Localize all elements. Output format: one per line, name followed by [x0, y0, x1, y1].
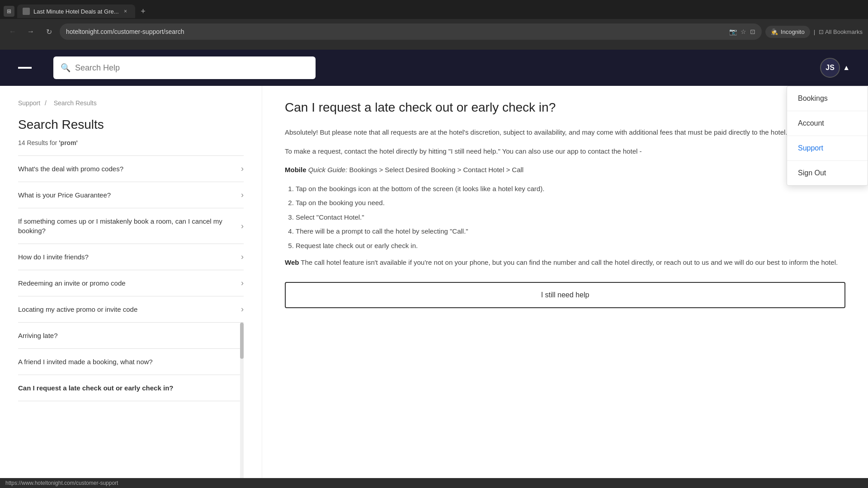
bookmarks-separator: |: [814, 28, 815, 35]
nav-right: 🕵 Incognito | ⊡ All Bookmarks: [765, 26, 863, 38]
browser-chrome: ⊞ Last Minute Hotel Deals at Gre... × + …: [0, 0, 868, 50]
status-bar: https://www.hoteltonight.com/customer-su…: [0, 478, 868, 488]
search-input[interactable]: [75, 63, 308, 73]
breadcrumb: Support / Search Results: [18, 99, 244, 107]
new-tab-button[interactable]: +: [137, 5, 150, 18]
chevron-right-icon-6: ›: [241, 305, 244, 314]
result-item-text-3: If something comes up or I mistakenly bo…: [18, 216, 241, 235]
user-avatar[interactable]: JS: [820, 58, 840, 78]
tab-bar: ⊞ Last Minute Hotel Deals at Gre... × +: [0, 0, 868, 19]
step-5: Request late check out or early check in…: [296, 240, 845, 252]
results-query: 'prom': [59, 139, 78, 146]
result-item-text-8: A friend I invited made a booking, what …: [18, 357, 241, 366]
dropdown-item-bookings[interactable]: Bookings: [787, 86, 868, 111]
results-count: 14 Results for 'prom': [18, 139, 244, 146]
article-contact-intro: To make a request, contact the hotel dir…: [285, 145, 845, 157]
result-item-text-9: Can I request a late check out or early …: [18, 383, 241, 393]
result-item-4[interactable]: How do I invite friends? ›: [18, 244, 244, 270]
forward-button[interactable]: →: [24, 24, 38, 39]
result-item-5[interactable]: Redeeming an invite or promo code ›: [18, 270, 244, 296]
main-content: Support / Search Results Search Results …: [0, 86, 868, 488]
result-item-text-7: Arriving late?: [18, 331, 241, 340]
tab-favicon: [23, 8, 30, 15]
star-icon[interactable]: ☆: [741, 28, 746, 35]
step-2: Tap on the booking you need.: [296, 197, 845, 209]
web-label: Web: [285, 258, 299, 266]
article-web-info: Web The call hotel feature isn't availab…: [285, 257, 845, 268]
incognito-icon: 🕵: [771, 28, 778, 35]
breadcrumb-separator: /: [45, 99, 47, 107]
device-icon[interactable]: ⊡: [750, 28, 755, 35]
article-title: Can I request a late check out or early …: [285, 99, 845, 116]
tab-close-button[interactable]: ×: [122, 7, 130, 15]
dropdown-item-account[interactable]: Account: [787, 111, 868, 136]
article-body: Absolutely! But please note that all req…: [285, 127, 845, 268]
still-need-help-button[interactable]: I still need help: [285, 282, 845, 308]
active-tab[interactable]: Last Minute Hotel Deals at Gre... ×: [17, 5, 135, 18]
result-item-text-5: Redeeming an invite or promo code: [18, 278, 241, 288]
chevron-right-icon-2: ›: [241, 190, 244, 200]
right-panel: Can I request a late check out or early …: [262, 86, 868, 488]
quick-guide-label: Quick Guide:: [308, 166, 348, 174]
article-intro: Absolutely! But please note that all req…: [285, 127, 845, 138]
step-4: There will be a prompt to call the hotel…: [296, 225, 845, 237]
result-item-text-2: What is your Price Guarantee?: [18, 190, 241, 200]
chevron-right-icon-1: ›: [241, 164, 244, 174]
site-header: 🔍 JS ▲ Bookings Account Support Sign Out: [0, 50, 868, 86]
nav-bar: ← → ↻ hoteltonight.com/customer-support/…: [0, 19, 868, 44]
result-item-3[interactable]: If something comes up or I mistakenly bo…: [18, 208, 244, 244]
page: 🔍 JS ▲ Bookings Account Support Sign Out…: [0, 50, 868, 488]
reload-button[interactable]: ↻: [42, 24, 56, 39]
dropdown-menu: Bookings Account Support Sign Out: [787, 86, 868, 186]
result-item-8[interactable]: A friend I invited made a booking, what …: [18, 349, 244, 375]
logo: [18, 67, 35, 69]
status-url: https://www.hoteltonight.com/customer-su…: [5, 480, 118, 486]
chevron-right-icon-4: ›: [241, 252, 244, 262]
chevron-up-icon[interactable]: ▲: [843, 64, 850, 72]
address-bar[interactable]: hoteltonight.com/customer-support/search…: [60, 23, 762, 40]
header-right: JS ▲: [820, 58, 850, 78]
bookmarks-label: ⊡ All Bookmarks: [819, 28, 863, 35]
chevron-right-icon-3: ›: [241, 221, 244, 231]
result-item-1[interactable]: What's the deal with promo codes? ›: [18, 155, 244, 182]
result-item-text-4: How do I invite friends?: [18, 252, 241, 262]
back-button[interactable]: ←: [5, 24, 20, 39]
url-text: hoteltonight.com/customer-support/search: [66, 28, 726, 35]
scrollbar[interactable]: [240, 323, 244, 488]
result-items: What's the deal with promo codes? › What…: [18, 155, 244, 401]
article-mobile-guide: Mobile Quick Guide: Bookings > Select De…: [285, 164, 845, 176]
web-text: The call hotel feature isn't available i…: [301, 258, 838, 266]
breadcrumb-current: Search Results: [54, 99, 97, 107]
incognito-label: Incognito: [781, 28, 805, 35]
result-item-9[interactable]: Can I request a late check out or early …: [18, 375, 244, 401]
article-steps: Tap on the bookings icon at the bottom o…: [296, 183, 845, 252]
results-title: Search Results: [18, 117, 244, 132]
result-item-6[interactable]: Locating my active promo or invite code …: [18, 296, 244, 323]
step-3: Select "Contact Hotel.": [296, 211, 845, 223]
scroll-thumb[interactable]: [240, 323, 244, 359]
address-icons: 📷 ☆ ⊡: [729, 28, 755, 35]
logo-line: [18, 67, 32, 69]
breadcrumb-support[interactable]: Support: [18, 99, 40, 107]
dropdown-item-support[interactable]: Support: [787, 136, 868, 161]
mobile-label: Mobile: [285, 166, 307, 174]
results-count-prefix: 14 Results for: [18, 139, 59, 146]
result-item-text-1: What's the deal with promo codes?: [18, 164, 241, 174]
chevron-right-icon-5: ›: [241, 278, 244, 288]
camera-off-icon[interactable]: 📷: [729, 28, 737, 35]
search-bar[interactable]: 🔍: [53, 56, 316, 79]
tab-group-button[interactable]: ⊞: [4, 6, 14, 17]
tab-title: Last Minute Hotel Deals at Gre...: [33, 8, 119, 15]
dropdown-item-signout[interactable]: Sign Out: [787, 161, 868, 185]
incognito-button[interactable]: 🕵 Incognito: [765, 26, 810, 38]
result-item-7[interactable]: Arriving late? ›: [18, 323, 244, 349]
quick-guide-text: Bookings > Select Desired Booking > Cont…: [349, 166, 524, 174]
search-icon: 🔍: [61, 63, 71, 73]
result-item-2[interactable]: What is your Price Guarantee? ›: [18, 182, 244, 208]
left-panel: Support / Search Results Search Results …: [0, 86, 262, 488]
step-1: Tap on the bookings icon at the bottom o…: [296, 183, 845, 195]
result-item-text-6: Locating my active promo or invite code: [18, 305, 241, 314]
